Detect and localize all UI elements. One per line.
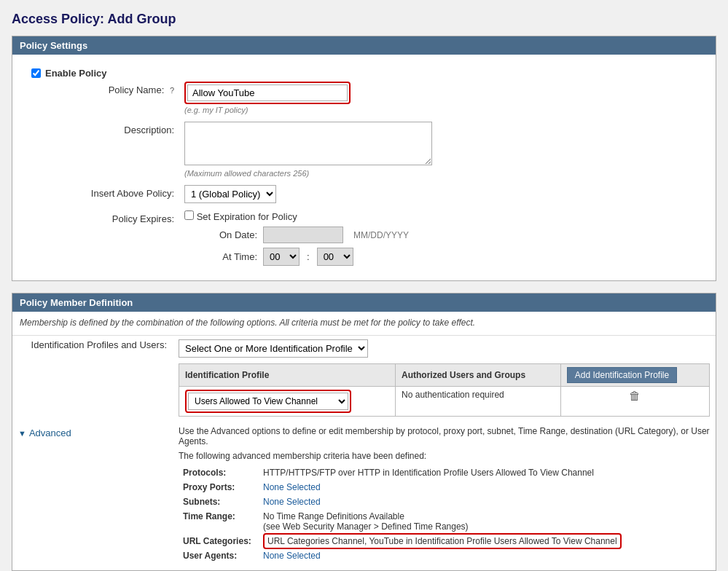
criteria-label: Time Range:	[179, 509, 259, 534]
col-auth-users: Authorized Users and Groups	[396, 364, 561, 387]
insert-above-select[interactable]: 1 (Global Policy)	[184, 185, 276, 203]
advanced-label-cell: ▼ Advanced	[12, 420, 173, 570]
criteria-label: Protocols:	[179, 465, 259, 480]
criteria-row: URL Categories:URL Categories Channel, Y…	[179, 534, 626, 548]
criteria-label: URL Categories:	[179, 534, 259, 548]
criteria-value: HTTP/HTTPS/FTP over HTTP in Identificati…	[259, 465, 626, 480]
insert-above-row: Insert Above Policy: 1 (Global Policy)	[24, 185, 704, 203]
criteria-row: Protocols:HTTP/HTTPS/FTP over HTTP in Id…	[179, 465, 626, 480]
criteria-row: Time Range:No Time Range Definitions Ava…	[179, 509, 626, 534]
insert-above-label: Insert Above Policy:	[24, 185, 184, 199]
on-date-input[interactable]	[263, 227, 343, 243]
enable-policy-checkbox[interactable]	[31, 68, 41, 78]
policy-expires-row: Policy Expires: Set Expiration for Polic…	[24, 210, 704, 266]
profile-select[interactable]: Users Allowed To View Channel	[188, 393, 348, 410]
delete-cell: 🗑	[560, 387, 709, 417]
policy-expires-label: Policy Expires:	[24, 210, 184, 224]
criteria-row: Subnets:None Selected	[179, 495, 626, 509]
profile-dropdown-border: Users Allowed To View Channel	[185, 390, 351, 413]
enable-policy-row: Enable Policy	[24, 62, 704, 82]
criteria-value: No Time Range Definitions Available(see …	[259, 509, 626, 534]
add-id-profile-button[interactable]: Add Identification Profile	[567, 367, 677, 383]
criteria-row: User Agents:None Selected	[179, 548, 626, 563]
description-control: (Maximum allowed characters 256)	[184, 122, 704, 178]
description-row: Description: (Maximum allowed characters…	[24, 122, 704, 178]
criteria-value: None Selected	[259, 548, 626, 563]
policy-name-border	[184, 82, 351, 104]
policy-name-input[interactable]	[187, 84, 348, 101]
id-profiles-dropdown[interactable]: Select One or More Identification Profil…	[179, 339, 368, 358]
set-expiration-label: Set Expiration for Policy	[197, 211, 297, 222]
policy-name-row: Policy Name: ? (e.g. my IT policy)	[24, 82, 704, 114]
description-label: Description:	[24, 122, 184, 135]
criteria-table: Protocols:HTTP/HTTPS/FTP over HTTP in Id…	[179, 465, 626, 563]
policy-name-help[interactable]: ?	[170, 86, 174, 95]
minute-select[interactable]: 00	[317, 248, 353, 266]
url-categories-value: URL Categories Channel, YouTube in Ident…	[263, 533, 622, 549]
policy-name-label: Policy Name: ?	[24, 82, 184, 95]
criteria-link[interactable]: None Selected	[263, 551, 321, 561]
policy-settings-section: Policy Settings Enable Policy Policy Nam…	[12, 36, 716, 281]
criteria-value: URL Categories Channel, YouTube in Ident…	[259, 534, 626, 548]
hour-select[interactable]: 00	[263, 248, 300, 266]
profiles-table: Identification Profile Authorized Users …	[179, 363, 710, 417]
criteria-value: None Selected	[259, 495, 626, 509]
policy-name-hint: (e.g. my IT policy)	[184, 106, 704, 114]
description-hint: (Maximum allowed characters 256)	[184, 169, 704, 178]
set-expiration-checkbox[interactable]	[184, 210, 194, 220]
member-table: Identification Profiles and Users: Selec…	[12, 336, 716, 570]
advanced-desc1: Use the Advanced options to define or ed…	[179, 426, 710, 446]
on-date-label: On Date:	[199, 229, 257, 240]
profiles-table-header: Identification Profile Authorized Users …	[179, 364, 710, 387]
policy-settings-header: Policy Settings	[12, 36, 716, 55]
date-format-hint: MM/DD/YYYY	[353, 230, 409, 240]
id-profiles-label: Identification Profiles and Users:	[12, 336, 173, 420]
advanced-triangle: ▼	[18, 429, 26, 438]
criteria-link[interactable]: None Selected	[263, 482, 321, 492]
delete-icon[interactable]: 🗑	[629, 390, 641, 402]
insert-above-control: 1 (Global Policy)	[184, 185, 704, 203]
policy-member-section: Policy Member Definition Membership is d…	[12, 293, 716, 571]
policy-name-control: (e.g. my IT policy)	[184, 82, 704, 114]
criteria-row: Proxy Ports:None Selected	[179, 480, 626, 495]
page-title: Access Policy: Add Group	[12, 12, 716, 27]
membership-note: Membership is defined by the combination…	[12, 312, 716, 335]
policy-expires-control: Set Expiration for Policy On Date: MM/DD…	[184, 210, 704, 266]
at-time-label: At Time:	[199, 251, 257, 262]
advanced-desc2: The following advanced membership criter…	[179, 451, 710, 461]
criteria-label: User Agents:	[179, 548, 259, 563]
auth-cell: No authentication required	[396, 387, 561, 417]
advanced-content-cell: Use the Advanced options to define or ed…	[173, 420, 716, 570]
advanced-label: Advanced	[29, 428, 71, 438]
table-row: Users Allowed To View ChannelNo authenti…	[179, 387, 710, 417]
policy-member-header: Policy Member Definition	[12, 294, 716, 312]
enable-policy-label: Enable Policy	[45, 68, 107, 79]
advanced-row: ▼ Advanced Use the Advanced options to d…	[12, 420, 716, 570]
id-profiles-row: Identification Profiles and Users: Selec…	[12, 336, 716, 420]
criteria-link[interactable]: None Selected	[263, 497, 321, 507]
id-profiles-content: Select One or More Identification Profil…	[173, 336, 716, 420]
col-actions: Add Identification Profile	[560, 364, 709, 387]
profile-cell: Users Allowed To View Channel	[179, 387, 396, 417]
description-textarea[interactable]	[184, 122, 432, 165]
advanced-toggle[interactable]: ▼ Advanced	[18, 428, 167, 438]
criteria-value: None Selected	[259, 480, 626, 495]
criteria-label: Subnets:	[179, 495, 259, 509]
criteria-label: Proxy Ports:	[179, 480, 259, 495]
col-id-profile: Identification Profile	[179, 364, 396, 387]
